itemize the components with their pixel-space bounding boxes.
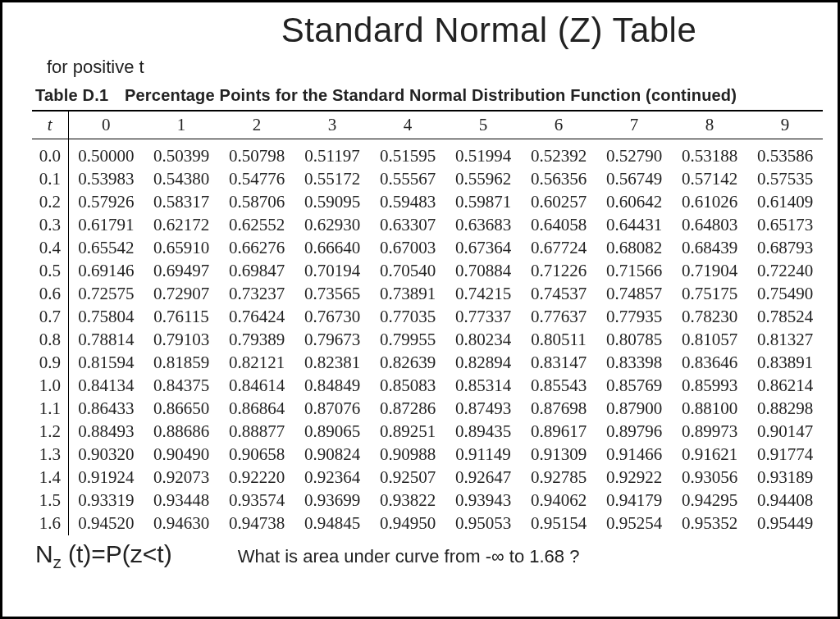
table-cell: 0.55172: [294, 168, 370, 191]
table-cell: 0.57926: [68, 191, 144, 214]
table-cell: 0.82639: [370, 352, 445, 375]
row-header: 0.7: [32, 306, 68, 329]
table-cell: 0.86214: [747, 375, 823, 398]
table-cell: 0.87493: [445, 398, 521, 421]
table-row: 1.20.884930.886860.888770.890650.892510.…: [32, 421, 823, 444]
table-cell: 0.92220: [219, 467, 294, 489]
row-header: 1.5: [32, 489, 68, 512]
table-cell: 0.90988: [370, 444, 445, 467]
row-header: 1.2: [32, 421, 68, 444]
table-cell: 0.89973: [672, 421, 747, 444]
table-cell: 0.75804: [68, 306, 144, 329]
table-cell: 0.84614: [219, 375, 294, 398]
table-caption: Table D.1 Percentage Points for the Stan…: [35, 86, 823, 105]
row-header: 0.1: [32, 168, 68, 191]
table-cell: 0.89251: [370, 421, 445, 444]
table-cell: 0.65542: [68, 237, 144, 260]
table-cell: 0.88493: [68, 421, 144, 444]
table-cell: 0.92073: [144, 467, 219, 489]
table-cell: 0.88100: [672, 398, 747, 421]
table-cell: 0.79103: [144, 329, 219, 352]
table-cell: 0.64431: [596, 214, 672, 237]
table-cell: 0.79673: [294, 329, 370, 352]
row-header: 1.4: [32, 467, 68, 489]
table-caption-text: Percentage Points for the Standard Norma…: [125, 86, 737, 104]
table-cell: 0.69497: [144, 260, 219, 283]
table-cell: 0.84849: [294, 375, 370, 398]
table-cell: 0.82894: [445, 352, 521, 375]
table-cell: 0.53586: [747, 139, 823, 168]
table-cell: 0.71226: [521, 260, 596, 283]
table-cell: 0.93056: [672, 467, 747, 489]
table-cell: 0.85769: [596, 375, 672, 398]
table-cell: 0.62930: [294, 214, 370, 237]
table-cell: 0.89796: [596, 421, 672, 444]
table-cell: 0.62552: [219, 214, 294, 237]
table-cell: 0.75175: [672, 283, 747, 306]
table-cell: 0.51994: [445, 139, 521, 168]
table-cell: 0.60642: [596, 191, 672, 214]
table-cell: 0.88877: [219, 421, 294, 444]
table-cell: 0.93448: [144, 489, 219, 512]
col-header: 0: [68, 111, 144, 139]
table-cell: 0.68082: [596, 237, 672, 260]
table-row: 1.40.919240.920730.922200.923640.925070.…: [32, 467, 823, 489]
table-row: 0.20.579260.583170.587060.590950.594830.…: [32, 191, 823, 214]
table-cell: 0.70884: [445, 260, 521, 283]
table-cell: 0.60257: [521, 191, 596, 214]
table-cell: 0.57142: [672, 168, 747, 191]
table-cell: 0.77935: [596, 306, 672, 329]
table-cell: 0.78814: [68, 329, 144, 352]
table-row: 0.00.500000.503990.507980.511970.515950.…: [32, 139, 823, 168]
table-cell: 0.77337: [445, 306, 521, 329]
table-cell: 0.94408: [747, 489, 823, 512]
table-row: 1.50.933190.934480.935740.936990.938220.…: [32, 489, 823, 512]
table-cell: 0.77035: [370, 306, 445, 329]
page-title: Standard Normal (Z) Table: [155, 11, 823, 50]
table-cell: 0.58706: [219, 191, 294, 214]
row-header: 0.9: [32, 352, 68, 375]
table-cell: 0.68793: [747, 237, 823, 260]
table-cell: 0.55567: [370, 168, 445, 191]
table-cell: 0.84375: [144, 375, 219, 398]
col-header: 7: [596, 111, 672, 139]
table-cell: 0.95449: [747, 512, 823, 535]
table-cell: 0.76730: [294, 306, 370, 329]
table-row: 0.90.815940.818590.821210.823810.826390.…: [32, 352, 823, 375]
table-cell: 0.56356: [521, 168, 596, 191]
table-cell: 0.80785: [596, 329, 672, 352]
table-cell: 0.74537: [521, 283, 596, 306]
table-cell: 0.91466: [596, 444, 672, 467]
table-row: 0.70.758040.761150.764240.767300.770350.…: [32, 306, 823, 329]
table-cell: 0.85083: [370, 375, 445, 398]
table-cell: 0.92647: [445, 467, 521, 489]
row-header: 0.4: [32, 237, 68, 260]
table-cell: 0.52392: [521, 139, 596, 168]
table-cell: 0.51197: [294, 139, 370, 168]
page-subtitle: for positive t: [47, 57, 823, 78]
table-cell: 0.83147: [521, 352, 596, 375]
col-header: 9: [747, 111, 823, 139]
table-cell: 0.61026: [672, 191, 747, 214]
table-row: 1.00.841340.843750.846140.848490.850830.…: [32, 375, 823, 398]
table-cell: 0.65910: [144, 237, 219, 260]
table-cell: 0.81859: [144, 352, 219, 375]
table-cell: 0.72575: [68, 283, 144, 306]
table-cell: 0.94950: [370, 512, 445, 535]
table-cell: 0.64803: [672, 214, 747, 237]
col-header: 3: [294, 111, 370, 139]
table-cell: 0.65173: [747, 214, 823, 237]
table-cell: 0.85993: [672, 375, 747, 398]
table-cell: 0.90658: [219, 444, 294, 467]
table-cell: 0.67724: [521, 237, 596, 260]
table-cell: 0.72907: [144, 283, 219, 306]
table-row: 1.30.903200.904900.906580.908240.909880.…: [32, 444, 823, 467]
row-header: 1.0: [32, 375, 68, 398]
table-cell: 0.79955: [370, 329, 445, 352]
table-cell: 0.71566: [596, 260, 672, 283]
row-header-label: t: [32, 111, 68, 139]
table-cell: 0.95053: [445, 512, 521, 535]
table-cell: 0.66276: [219, 237, 294, 260]
table-cell: 0.94630: [144, 512, 219, 535]
row-header: 1.1: [32, 398, 68, 421]
